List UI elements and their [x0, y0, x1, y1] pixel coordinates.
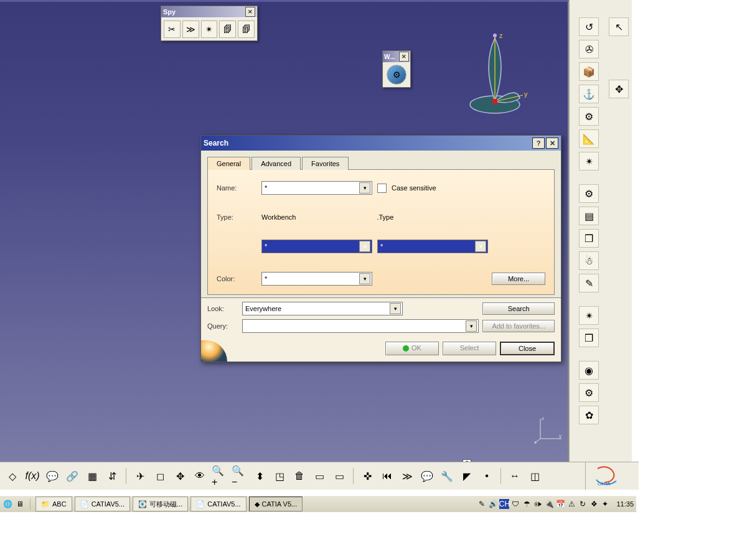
close-icon[interactable]: ✕	[399, 52, 409, 62]
name-combo[interactable]: * ▾	[261, 181, 372, 195]
settings-icon[interactable]: ⚙	[579, 383, 599, 402]
spy-tool-1-icon[interactable]: ✂	[164, 21, 181, 38]
swirl-icon[interactable]: ◉	[579, 361, 599, 380]
color-combo[interactable]: * ▾	[261, 272, 372, 286]
zoom-in-icon[interactable]: 🔍+	[211, 467, 228, 485]
tray-misc2-icon[interactable]: ❖	[589, 499, 599, 509]
chevron-down-icon[interactable]: ▾	[466, 320, 477, 332]
ok-button[interactable]: OK	[385, 342, 439, 355]
search-button[interactable]: Search	[482, 302, 555, 315]
cube-icon[interactable]: ❒	[579, 229, 599, 248]
chevron-down-icon[interactable]: ▾	[475, 241, 486, 252]
workbench-icon[interactable]: ⚙	[387, 65, 406, 85]
update-icon[interactable]: ↺	[579, 17, 599, 36]
fit-all-icon[interactable]: ◻	[151, 467, 169, 485]
compass-icon[interactable]: ◇	[4, 467, 21, 485]
tray-shield-icon[interactable]: 🛡	[510, 499, 520, 509]
tab-favorites[interactable]: Favorites	[302, 157, 349, 170]
tray-volume-icon[interactable]: 🔊	[488, 499, 498, 509]
anchor-icon[interactable]: ⚓	[579, 85, 599, 103]
fast-fwd-icon[interactable]: ≫	[398, 467, 416, 485]
axis-gizmo[interactable]: z y	[461, 27, 535, 120]
select-button[interactable]: Select	[443, 342, 496, 355]
tray-umbrella-icon[interactable]: ☂	[522, 499, 532, 509]
case-sensitive-checkbox[interactable]	[377, 184, 387, 193]
taskbar-doc1[interactable]: 📄 CATIAV5...	[75, 497, 130, 511]
swap-icon[interactable]: ▭	[331, 467, 348, 485]
more-button[interactable]: More...	[492, 273, 545, 285]
formula-icon[interactable]: f(x)	[24, 467, 41, 485]
taskbar-folder-abc[interactable]: 📁 ABC	[35, 497, 72, 511]
fly-icon[interactable]: ✈	[131, 467, 149, 485]
tab-advanced[interactable]: Advanced	[251, 157, 301, 170]
green-cube-icon[interactable]: ❒	[579, 329, 599, 347]
target-icon[interactable]: ✜	[359, 467, 376, 485]
render-style-icon[interactable]: 🗑	[291, 467, 308, 485]
measure-icon[interactable]: 📐	[579, 129, 599, 148]
axis-system-icon[interactable]: ✇	[579, 40, 599, 58]
ie-icon[interactable]: 🌐	[2, 499, 12, 509]
pan-icon[interactable]: ✥	[171, 467, 189, 485]
hide-show-icon[interactable]: ▭	[311, 467, 328, 485]
analysis-icon[interactable]: ✎	[579, 274, 599, 292]
tray-misc1-icon[interactable]: ↻	[578, 499, 588, 509]
query-combo[interactable]: ▾	[242, 319, 479, 333]
close-icon[interactable]: ✕	[546, 138, 558, 149]
chevron-down-icon[interactable]: ▾	[359, 241, 370, 252]
rewind-icon[interactable]: ⏮	[378, 467, 396, 485]
home-icon[interactable]: ✿	[579, 406, 599, 424]
tray-misc3-icon[interactable]: ✦	[600, 499, 610, 509]
star-gear-icon[interactable]: ✴	[579, 306, 599, 325]
dimension-icon[interactable]: ↔	[506, 467, 524, 485]
select-cursor-icon[interactable]: ✴	[579, 152, 599, 170]
type-combo[interactable]: * ▾	[377, 240, 488, 253]
spy-tool-2-icon[interactable]: ≫	[182, 21, 199, 38]
close-icon[interactable]: ✕	[245, 7, 255, 17]
comment-icon[interactable]: 💬	[418, 467, 436, 485]
spy-tool-3-icon[interactable]: ✴	[201, 21, 218, 38]
selection-cursor-icon[interactable]: ✥	[609, 80, 629, 98]
link-icon[interactable]: 🔗	[63, 467, 81, 485]
workbench-mini-toolbar[interactable]: W... ✕ ⚙	[382, 50, 411, 88]
chat-icon[interactable]: 💬	[44, 467, 61, 485]
normal-view-icon[interactable]: ⬍	[251, 467, 268, 485]
close-button[interactable]: Close	[500, 342, 555, 355]
taskbar-removable-disk[interactable]: 💽 可移动磁...	[133, 497, 188, 511]
figure-icon[interactable]: ☃	[579, 251, 599, 270]
tree-icon[interactable]: ⇵	[103, 467, 121, 485]
flag-icon[interactable]: ◤	[458, 467, 476, 485]
chevron-down-icon[interactable]: ▾	[359, 273, 370, 284]
spy-tool-4-icon[interactable]: 🗐	[219, 21, 236, 38]
constraints-icon[interactable]: ⚙	[579, 107, 599, 126]
desktop-icon[interactable]: 🖥	[15, 499, 25, 509]
search-titlebar[interactable]: Search ? ✕	[201, 136, 561, 151]
workbench-combo[interactable]: * ▾	[261, 240, 372, 253]
section-icon[interactable]: ◫	[526, 467, 543, 485]
tray-plug-icon[interactable]: 🔌	[544, 499, 554, 509]
tray-pencil-icon[interactable]: ✎	[477, 499, 487, 509]
look-combo[interactable]: Everywhere ▾	[242, 302, 403, 315]
zoom-out-icon[interactable]: 🔍−	[231, 467, 248, 485]
rotate-icon[interactable]: 👁	[191, 467, 209, 485]
tools-icon[interactable]: 🔧	[438, 467, 456, 485]
dot-icon[interactable]: •	[478, 467, 496, 485]
film-strip-icon[interactable]: ▤	[579, 207, 599, 225]
spy-titlebar[interactable]: Spy ✕	[161, 6, 257, 17]
product-icon[interactable]: 📦	[579, 62, 599, 81]
add-favorites-button[interactable]: Add to favorites...	[482, 320, 555, 332]
spy-toolbar[interactable]: Spy ✕ ✂ ≫ ✴ 🗐 🗐	[161, 6, 258, 41]
chevron-down-icon[interactable]: ▾	[359, 182, 370, 194]
iso-view-icon[interactable]: ◳	[271, 467, 288, 485]
taskbar-doc2[interactable]: 📄 CATIAV5...	[190, 497, 246, 511]
tray-net-icon[interactable]: 🕪	[533, 499, 543, 509]
viewport-3d[interactable]: Spy ✕ ✂ ≫ ✴ 🗐 🗐 W... ✕ ⚙ z	[0, 0, 569, 462]
tab-general[interactable]: General	[207, 157, 250, 170]
chevron-down-icon[interactable]: ▾	[390, 303, 401, 314]
gear-blue-icon[interactable]: ⚙	[579, 184, 599, 203]
taskbar-catia[interactable]: ◆ CATIA V5...	[249, 497, 303, 511]
grid-icon[interactable]: ▦	[83, 467, 101, 485]
tray-cal-icon[interactable]: 📅	[555, 499, 565, 509]
help-icon[interactable]: ?	[532, 138, 545, 149]
spy-tool-5-icon[interactable]: 🗐	[238, 21, 255, 38]
tray-av-icon[interactable]: ⚠	[566, 499, 576, 509]
